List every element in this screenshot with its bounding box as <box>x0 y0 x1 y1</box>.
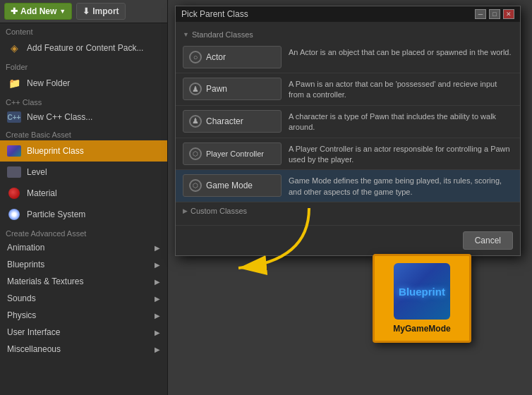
new-folder-item[interactable]: 📁 New Folder <box>0 73 167 94</box>
close-button[interactable]: ✕ <box>503 9 514 19</box>
content-section-label: Content <box>0 23 167 37</box>
user-interface-label: User Interface <box>7 327 60 337</box>
pick-parent-class-dialog: Pick Parent Class ─ □ ✕ Standard Classes… <box>175 6 521 256</box>
titlebar-controls: ─ □ ✕ <box>475 9 514 19</box>
sounds-item[interactable]: Sounds ▶ <box>0 290 167 307</box>
pawn-row[interactable]: ♟ Pawn A Pawn is an actor that can be 'p… <box>176 73 520 106</box>
import-icon: ⬇ <box>83 6 90 16</box>
blueprints-label: Blueprints <box>7 260 44 269</box>
particle-icon <box>7 207 21 221</box>
user-interface-left: User Interface <box>7 327 60 337</box>
materials-textures-label: Materials & Textures <box>7 276 84 286</box>
physics-item[interactable]: Physics ▶ <box>0 307 167 324</box>
actor-name: Actor <box>206 52 226 62</box>
create-basic-section-label: Create Basic Asset <box>0 126 167 140</box>
character-icon: ♟ <box>189 115 202 128</box>
blueprints-item-left: Blueprints <box>7 260 44 269</box>
miscellaneous-label: Miscellaneous <box>7 344 61 354</box>
new-folder-icon: 📁 <box>7 76 21 90</box>
new-cpp-label: New C++ Class... <box>27 112 92 122</box>
cpp-icon: C++ <box>7 111 21 123</box>
user-interface-arrow-icon: ▶ <box>155 329 160 336</box>
minimize-button[interactable]: ─ <box>475 9 486 19</box>
player-controller-name: Player Controller <box>206 150 264 158</box>
content-pack-item[interactable]: ◈ Add Feature or Content Pack... <box>0 37 167 59</box>
add-new-button[interactable]: ✚ Add New ▼ <box>4 3 72 20</box>
standard-classes-label: Standard Classes <box>176 28 520 42</box>
create-advanced-section-label: Create Advanced Asset <box>0 225 167 239</box>
new-cpp-item[interactable]: C++ New C++ Class... <box>0 108 167 126</box>
player-controller-name-box: ⬡ Player Controller <box>183 142 282 165</box>
actor-row[interactable]: ○ Actor An Actor is an object that can b… <box>176 42 520 73</box>
physics-item-left: Physics <box>7 310 36 320</box>
level-item[interactable]: Level <box>0 162 167 183</box>
pawn-desc: A Pawn is an actor that can be 'possesse… <box>289 78 513 101</box>
pawn-name: Pawn <box>206 84 227 94</box>
actor-name-box: ○ Actor <box>183 46 282 68</box>
animation-label: Animation <box>7 243 44 253</box>
character-name: Character <box>206 116 243 126</box>
blueprint-large-icon: Blueprint <box>394 263 450 320</box>
sounds-arrow-icon: ▶ <box>155 295 160 303</box>
actor-desc: An Actor is an object that can be placed… <box>289 46 513 58</box>
maximize-button[interactable]: □ <box>489 9 500 19</box>
sounds-item-left: Sounds <box>7 293 36 303</box>
blueprint-card-name: MyGameMode <box>393 324 450 334</box>
toolbar: ✚ Add New ▼ ⬇ Import <box>0 0 167 23</box>
physics-arrow-icon: ▶ <box>155 312 160 320</box>
animation-item[interactable]: Animation ▶ <box>0 239 167 256</box>
player-controller-desc: A Player Controller is an actor responsi… <box>289 142 513 166</box>
animation-item-left: Animation <box>7 243 44 253</box>
miscellaneous-arrow-icon: ▶ <box>155 346 160 353</box>
blueprints-item[interactable]: Blueprints ▶ <box>0 256 167 273</box>
blueprints-arrow-icon: ▶ <box>155 261 160 269</box>
folder-section-label: Folder <box>0 59 167 73</box>
blueprint-card: Blueprint MyGameMode <box>373 254 471 343</box>
cpp-section-label: C++ Class <box>0 94 167 108</box>
animation-arrow-icon: ▶ <box>155 244 160 252</box>
game-mode-name-box: ⬡ Game Mode <box>183 174 282 197</box>
plus-icon: ✚ <box>11 6 18 16</box>
content-pack-icon: ◈ <box>7 41 21 55</box>
physics-label: Physics <box>7 310 36 320</box>
materials-textures-item[interactable]: Materials & Textures ▶ <box>0 273 167 290</box>
game-mode-desc: Game Mode defines the game being played,… <box>289 174 513 198</box>
game-mode-row[interactable]: ⬡ Game Mode Game Mode defines the game b… <box>176 170 520 202</box>
material-item[interactable]: Material <box>0 183 167 204</box>
materials-textures-arrow-icon: ▶ <box>155 278 160 286</box>
particle-system-item[interactable]: Particle System <box>0 204 167 225</box>
import-label: Import <box>92 6 119 16</box>
blueprint-icon-text: Blueprint <box>399 286 445 298</box>
content-pack-label: Add Feature or Content Pack... <box>27 43 143 53</box>
dialog-titlebar: Pick Parent Class ─ □ ✕ <box>176 6 520 22</box>
dropdown-arrow-icon: ▼ <box>59 8 66 15</box>
import-button[interactable]: ⬇ Import <box>76 3 125 20</box>
character-desc: A character is a type of Pawn that inclu… <box>289 110 513 133</box>
dialog-footer: Cancel <box>176 225 520 255</box>
level-label: Level <box>27 167 47 177</box>
material-icon <box>7 186 21 200</box>
character-name-box: ♟ Character <box>183 110 282 133</box>
add-new-label: Add New <box>20 6 56 16</box>
left-panel: ✚ Add New ▼ ⬇ Import Content ◈ Add Featu… <box>0 0 168 395</box>
particle-label: Particle System <box>27 209 85 219</box>
blueprint-class-item[interactable]: Blueprint Class <box>0 140 167 162</box>
dialog-title: Pick Parent Class <box>181 9 248 19</box>
game-mode-icon: ⬡ <box>189 179 202 192</box>
actor-icon: ○ <box>189 51 202 63</box>
blueprint-label: Blueprint Class <box>27 146 84 156</box>
miscellaneous-left: Miscellaneous <box>7 344 61 354</box>
character-row[interactable]: ♟ Character A character is a type of Paw… <box>176 106 520 138</box>
blueprint-icon <box>7 144 21 158</box>
dialog-content: Standard Classes ○ Actor An Actor is an … <box>176 22 520 225</box>
custom-classes-label[interactable]: Custom Classes <box>176 202 520 219</box>
player-controller-row[interactable]: ⬡ Player Controller A Player Controller … <box>176 138 520 171</box>
player-controller-icon: ⬡ <box>189 147 202 160</box>
game-mode-name: Game Mode <box>206 181 253 190</box>
miscellaneous-item[interactable]: Miscellaneous ▶ <box>0 341 167 358</box>
pawn-icon: ♟ <box>189 83 202 95</box>
dialog-overlay: Pick Parent Class ─ □ ✕ Standard Classes… <box>168 0 532 395</box>
user-interface-item[interactable]: User Interface ▶ <box>0 324 167 341</box>
pawn-name-box: ♟ Pawn <box>183 78 282 100</box>
cancel-button[interactable]: Cancel <box>463 231 513 250</box>
